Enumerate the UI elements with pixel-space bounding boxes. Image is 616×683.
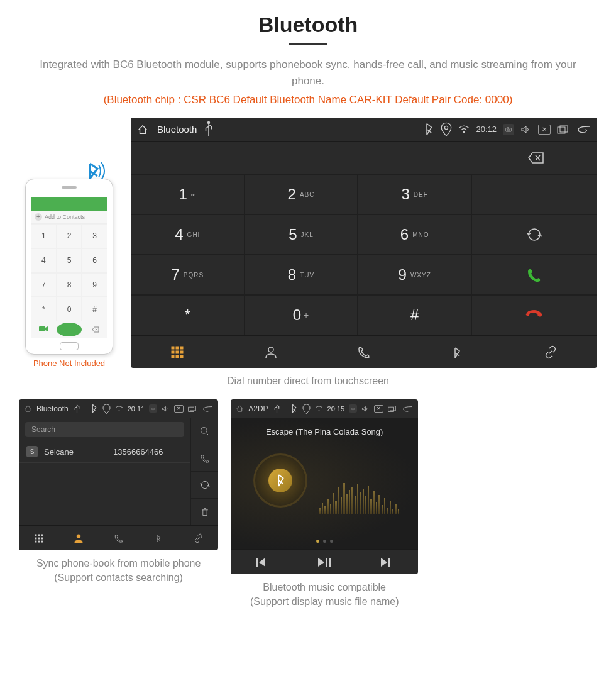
tab-contacts[interactable] — [224, 336, 317, 368]
contact-row[interactable]: SSeicane13566664466 — [19, 441, 190, 463]
phone-key-1: 1 — [31, 224, 57, 248]
dialer-caption: Dial number direct from touchscreen — [19, 374, 597, 388]
tab-history[interactable] — [99, 526, 138, 550]
key-1[interactable]: 1∞ — [131, 174, 245, 214]
svg-rect-40 — [256, 558, 258, 567]
side-delete-button[interactable] — [191, 499, 218, 526]
svg-rect-12 — [172, 351, 174, 353]
screenshot-icon — [349, 404, 357, 413]
phone-video-icon — [31, 321, 57, 338]
key-#[interactable]: # — [358, 295, 471, 335]
tab-contacts[interactable] — [58, 526, 98, 550]
screenshot-icon[interactable] — [503, 124, 514, 135]
side-sync-button[interactable] — [191, 472, 218, 499]
contacts-status-bar: Bluetooth 20:11 ✕ — [19, 399, 218, 418]
svg-rect-41 — [326, 558, 327, 567]
side-call-button[interactable] — [191, 445, 218, 472]
svg-point-21 — [153, 408, 154, 409]
svg-rect-22 — [189, 407, 194, 411]
music-status-bar: A2DP 20:15 ✕ — [231, 399, 418, 418]
svg-rect-25 — [35, 534, 36, 536]
volume-icon — [162, 404, 170, 413]
contact-name: Seicane — [44, 447, 107, 457]
svg-point-24 — [201, 428, 207, 434]
svg-point-5 — [507, 128, 509, 130]
bluetooth-status-icon — [90, 404, 98, 413]
key-9[interactable]: 9WXYZ — [358, 255, 471, 295]
key-2[interactable]: 2ABC — [245, 174, 358, 214]
key-4[interactable]: 4GHI — [131, 214, 245, 255]
next-track-button[interactable] — [356, 550, 418, 574]
svg-rect-13 — [176, 351, 179, 353]
equalizer — [319, 470, 399, 514]
side-search-button[interactable] — [191, 418, 218, 445]
location-icon — [302, 404, 311, 413]
svg-rect-0 — [39, 326, 45, 331]
phone-add-contacts: + Add to Contacts — [31, 211, 107, 224]
usb-icon — [73, 404, 81, 413]
svg-point-35 — [318, 410, 319, 411]
key-6[interactable]: 6MNO — [358, 214, 471, 255]
call-button[interactable] — [471, 255, 597, 295]
svg-point-18 — [268, 347, 273, 352]
key-0[interactable]: 0+ — [245, 295, 358, 335]
key-*[interactable]: * — [131, 295, 245, 335]
tab-bluetooth[interactable] — [410, 336, 503, 368]
tab-link[interactable] — [179, 526, 218, 550]
svg-point-3 — [463, 131, 465, 133]
svg-point-37 — [353, 408, 354, 409]
phone-backspace-icon — [82, 321, 107, 338]
hangup-button[interactable] — [471, 295, 597, 335]
key-5[interactable]: 5JKL — [245, 214, 358, 255]
number-input[interactable] — [131, 142, 471, 174]
contacts-panel: Bluetooth 20:11 ✕ Search — [19, 399, 218, 550]
close-app-icon[interactable]: ✕ — [538, 125, 551, 135]
smartphone-mockup: + Add to Contacts 123456789*0# — [25, 179, 113, 355]
home-icon — [24, 404, 32, 413]
tab-bluetooth[interactable] — [138, 526, 178, 550]
svg-rect-28 — [35, 537, 36, 539]
back-icon — [201, 404, 213, 413]
svg-rect-31 — [35, 541, 36, 543]
svg-point-1 — [207, 121, 211, 125]
key-3[interactable]: 3DEF — [358, 174, 471, 214]
backspace-button[interactable] — [471, 142, 597, 174]
search-input[interactable]: Search — [25, 422, 184, 437]
play-pause-button[interactable] — [294, 550, 356, 574]
phone-key-#: # — [82, 297, 107, 321]
svg-rect-15 — [172, 355, 174, 358]
volume-icon[interactable] — [520, 124, 532, 135]
app-title: Bluetooth — [157, 124, 197, 135]
svg-rect-38 — [388, 407, 394, 411]
phone-key-5: 5 — [57, 248, 82, 273]
bluetooth-status-icon — [290, 404, 298, 413]
wifi-icon — [315, 404, 323, 413]
svg-rect-26 — [38, 534, 40, 536]
svg-rect-29 — [38, 537, 40, 539]
screenshot-icon — [149, 404, 157, 413]
sync-button[interactable] — [471, 214, 597, 255]
song-title: Escape (The Pina Colada Song) — [266, 427, 383, 436]
svg-rect-30 — [41, 537, 43, 539]
number-input-row — [131, 142, 597, 174]
tab-history[interactable] — [317, 336, 410, 368]
page-description: Integrated with BC6 Bluetooth module, su… — [38, 57, 578, 89]
tab-link[interactable] — [504, 336, 597, 368]
key-8[interactable]: 8TUV — [245, 255, 358, 295]
prev-track-button[interactable] — [231, 550, 293, 574]
back-icon[interactable] — [575, 124, 591, 135]
location-icon — [102, 404, 111, 413]
close-app-icon: ✕ — [374, 405, 383, 413]
svg-rect-14 — [180, 351, 183, 353]
svg-rect-6 — [507, 127, 509, 128]
home-icon — [236, 404, 244, 413]
home-icon[interactable] — [137, 124, 148, 135]
album-art — [253, 453, 307, 508]
recent-apps-icon — [188, 404, 196, 413]
phone-key-8: 8 — [57, 273, 82, 297]
svg-rect-43 — [388, 558, 390, 567]
recent-apps-icon[interactable] — [557, 124, 568, 135]
key-7[interactable]: 7PQRS — [131, 255, 245, 295]
tab-keypad[interactable] — [131, 336, 224, 368]
tab-keypad[interactable] — [19, 526, 58, 550]
